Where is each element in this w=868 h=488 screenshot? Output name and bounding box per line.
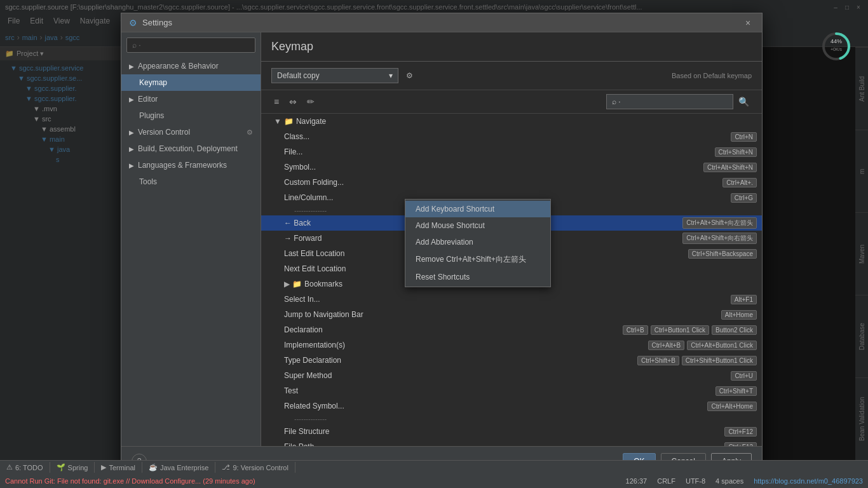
- settings-search-input[interactable]: [126, 37, 255, 53]
- shortcut-badge: Alt+Home: [721, 310, 757, 320]
- keymap-label: Custom Folding...: [284, 178, 722, 187]
- keymap-top-bar: Default copy ▾ ⚙ Based on Default keymap: [261, 62, 762, 90]
- keymap-row-symbol[interactable]: Symbol... Ctrl+Alt+Shift+N: [261, 159, 762, 175]
- shortcut-badge: Ctrl+G: [731, 193, 757, 203]
- keymap-shortcuts: Ctrl+G: [731, 193, 757, 203]
- keymap-row-declaration[interactable]: Declaration Ctrl+B Ctrl+Button1 Click Bu…: [261, 322, 762, 337]
- nav-item-languages[interactable]: ▶ Languages & Frameworks: [121, 157, 261, 173]
- shortcut-badge: Ctrl+Alt+B: [648, 341, 685, 350]
- keymap-gear-icon[interactable]: ⚙: [403, 69, 416, 83]
- nav-label: Tools: [139, 177, 157, 186]
- nav-item-editor[interactable]: ▶ Editor: [121, 91, 261, 107]
- keymap-dropdown[interactable]: Default copy ▾: [271, 68, 398, 83]
- nav-item-build[interactable]: ▶ Build, Execution, Deployment: [121, 140, 261, 157]
- nav-gear-icon[interactable]: ⚙: [247, 128, 253, 137]
- nav-item-plugins[interactable]: Plugins: [121, 107, 261, 124]
- folder-arrow-icon: ▼: [274, 117, 281, 126]
- nav-item-tools[interactable]: Tools: [121, 173, 261, 190]
- keymap-label: Test: [284, 386, 715, 395]
- nav-arrow: ▶: [129, 63, 134, 70]
- keymap-shortcuts: Ctrl+Alt+B Ctrl+Alt+Button1 Click: [648, 341, 757, 350]
- tab-label: Java Enterprise: [160, 464, 208, 471]
- nav-item-keymap[interactable]: Keymap: [121, 74, 261, 91]
- keymap-label: Class...: [284, 132, 731, 141]
- context-menu-item-remove[interactable]: Remove Ctrl+Alt+Shift+向左箭头: [405, 250, 550, 269]
- toolbar-edit-btn[interactable]: ✏: [304, 94, 317, 109]
- keymap-row-type-declaration[interactable]: Type Declaration Ctrl+Shift+B Ctrl+Shift…: [261, 353, 762, 368]
- folder-icon: 📁: [292, 280, 302, 288]
- nav-item-version-control[interactable]: ▶ Version Control ⚙: [121, 124, 261, 140]
- spring-icon: 🌱: [57, 463, 65, 471]
- shortcut-badge: Ctrl+Shift+Button1 Click: [682, 356, 757, 365]
- toolbar-expand-all-btn[interactable]: ⇔: [287, 94, 299, 109]
- keymap-row-select-in[interactable]: Select In... Alt+F1: [261, 292, 762, 307]
- keymap-row-custom-folding[interactable]: Custom Folding... Ctrl+Alt+.: [261, 175, 762, 190]
- version-control-icon: ⎇: [222, 463, 230, 471]
- progress-widget: 44% +0K/s: [820, 30, 852, 62]
- settings-search-area: [121, 32, 261, 58]
- keymap-row-navigate[interactable]: ▼ 📁 Navigate: [261, 114, 762, 129]
- java-enterprise-icon: ☕: [149, 463, 158, 471]
- keymap-row-file[interactable]: File... Ctrl+Shift+N: [261, 144, 762, 159]
- context-menu-label: Reset Shortcuts: [416, 273, 470, 281]
- keymap-row-super-method[interactable]: Super Method Ctrl+U: [261, 368, 762, 383]
- status-link[interactable]: https://blog.csdn.net/m0_46897923: [754, 477, 863, 485]
- dropdown-arrow-icon: ▾: [389, 71, 393, 80]
- shortcut-badge: Ctrl+Shift+Backspace: [688, 249, 757, 259]
- context-menu-item-add-mouse[interactable]: Add Mouse Shortcut: [405, 217, 550, 234]
- tab-version-control[interactable]: ⎇ 9: Version Control: [215, 462, 295, 473]
- nav-arrow: ▶: [129, 146, 134, 152]
- keymap-row-test[interactable]: Test Ctrl+Shift+T: [261, 383, 762, 398]
- shortcut-badge: Ctrl+Shift+N: [715, 147, 757, 157]
- toolbar-collapse-all-btn[interactable]: ≡: [271, 94, 281, 109]
- shortcut-badge: Ctrl+Alt+Shift+向右箭头: [682, 233, 757, 244]
- keymap-label: Jump to Navigation Bar: [284, 310, 721, 319]
- keymap-toolbar: ≡ ⇔ ✏ 🔍: [261, 90, 762, 114]
- keymap-search-input[interactable]: [606, 94, 733, 109]
- status-position: 126:37: [626, 477, 648, 485]
- nav-arrow: ▶: [129, 162, 134, 169]
- context-menu-label: Add Keyboard Shortcut: [416, 205, 494, 214]
- tab-terminal[interactable]: ▶ Terminal: [95, 462, 142, 473]
- keymap-search-btn[interactable]: 🔍: [736, 94, 752, 109]
- nav-arrow: ▶: [129, 96, 134, 103]
- svg-text:+0K/s: +0K/s: [831, 47, 843, 51]
- svg-text:44%: 44%: [831, 38, 842, 44]
- keymap-shortcuts: Ctrl+Shift+T: [715, 386, 757, 396]
- tab-spring[interactable]: 🌱 Spring: [50, 462, 95, 473]
- keymap-shortcuts: Ctrl+Alt+Home: [707, 402, 757, 411]
- shortcut-badge: Ctrl+Alt+Shift+向左箭头: [682, 217, 757, 229]
- status-encoding: UTF-8: [686, 477, 705, 485]
- context-menu-item-add-keyboard[interactable]: Add Keyboard Shortcut: [405, 201, 550, 217]
- keymap-row-class[interactable]: Class... Ctrl+N: [261, 129, 762, 144]
- keymap-row-jump-nav[interactable]: Jump to Navigation Bar Alt+Home: [261, 307, 762, 322]
- keymap-row-file-path[interactable]: File Path Ctrl+F12: [261, 439, 762, 446]
- keymap-dropdown-value: Default copy: [277, 71, 320, 80]
- keymap-row-related-symbol[interactable]: Related Symbol... Ctrl+Alt+Home: [261, 398, 762, 414]
- settings-icon: ⚙: [129, 18, 137, 28]
- keymap-title: Keymap: [261, 32, 762, 62]
- shortcut-badge: Ctrl+Alt+.: [722, 178, 757, 187]
- keymap-label: File...: [284, 147, 715, 156]
- keymap-label: File Structure: [284, 427, 724, 436]
- tab-todo[interactable]: ⚠ 6: TODO: [0, 462, 50, 473]
- tab-label: 6: TODO: [15, 464, 43, 471]
- keymap-row-file-structure[interactable]: File Structure Ctrl+F12: [261, 424, 762, 439]
- keymap-label: Select In...: [284, 295, 731, 304]
- dialog-close-button[interactable]: ×: [742, 17, 754, 29]
- nav-label: Appearance & Behavior: [138, 62, 219, 71]
- context-menu-item-reset[interactable]: Reset Shortcuts: [405, 269, 550, 285]
- keymap-label: Navigate: [296, 117, 757, 126]
- keymap-label: Declaration: [284, 325, 623, 334]
- keymap-shortcuts: Ctrl+Shift+N: [715, 147, 757, 157]
- tab-java-enterprise[interactable]: ☕ Java Enterprise: [142, 462, 215, 473]
- tab-label: Spring: [68, 464, 88, 471]
- keymap-shortcuts: Ctrl+Alt+Shift+N: [703, 163, 757, 172]
- keymap-label: Implementation(s): [284, 341, 648, 349]
- keymap-row-implementation[interactable]: Implementation(s) Ctrl+Alt+B Ctrl+Alt+Bu…: [261, 337, 762, 353]
- bottom-tabs: ⚠ 6: TODO 🌱 Spring ▶ Terminal ☕ Java Ent…: [0, 460, 868, 474]
- shortcut-badge: Ctrl+Shift+T: [715, 386, 757, 396]
- keymap-shortcuts: Ctrl+U: [731, 371, 757, 381]
- nav-item-appearance[interactable]: ▶ Appearance & Behavior: [121, 58, 261, 74]
- context-menu-item-add-abbr[interactable]: Add Abbreviation: [405, 234, 550, 250]
